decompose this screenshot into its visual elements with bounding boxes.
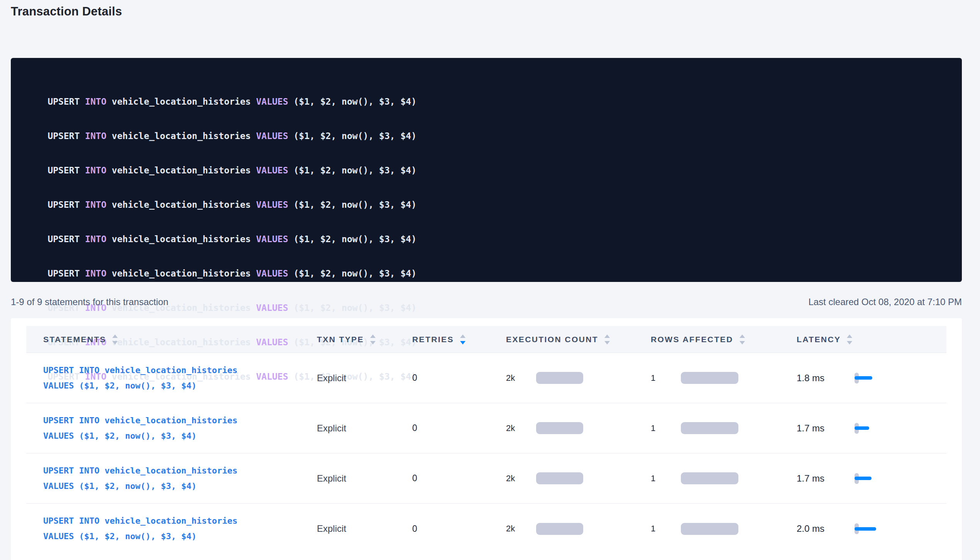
statement-cell: UPSERT INTO vehicle_location_histories V…: [26, 413, 317, 444]
column-label: RETRIES: [412, 335, 454, 344]
latency-bar: [855, 426, 869, 430]
sort-icons[interactable]: [460, 334, 465, 344]
execution-count-value: 2k: [506, 423, 536, 433]
statements-count-text: 1-9 of 9 statements for this transaction: [11, 297, 168, 307]
retries-cell: 0: [412, 524, 506, 534]
column-header-latency[interactable]: LATENCY: [797, 334, 946, 344]
latency-value: 1.8 ms: [797, 373, 855, 384]
retries-cell: 0: [412, 373, 506, 383]
column-label: EXECUTION COUNT: [506, 335, 598, 344]
statement-link[interactable]: UPSERT INTO vehicle_location_histories: [43, 463, 317, 479]
transaction-details-page: Transaction Details UPSERT INTO vehicle_…: [0, 0, 980, 560]
sort-icons[interactable]: [847, 334, 852, 344]
column-header-statements[interactable]: STATEMENTS: [26, 334, 317, 344]
latency-cell: 1.7 ms: [797, 472, 946, 485]
rows-affected-cell: 1: [651, 372, 797, 384]
txn-type-cell: Explicit: [317, 473, 412, 484]
sql-code-line: UPSERT INTO vehicle_location_histories V…: [47, 200, 416, 210]
execution-count-cell: 2k: [506, 372, 651, 384]
execution-count-value: 2k: [506, 473, 536, 484]
statement-link[interactable]: VALUES ($1, $2, now(), $3, $4): [43, 378, 317, 394]
statement-cell: UPSERT INTO vehicle_location_histories V…: [26, 513, 317, 544]
sort-desc-icon[interactable]: [604, 341, 610, 344]
page-title: Transaction Details: [11, 5, 969, 22]
statements-table-card: STATEMENTS TXN TYPE RETRIES: [11, 318, 962, 560]
rows-affected-cell: 1: [651, 472, 797, 484]
execution-count-bar: [536, 472, 583, 484]
sort-desc-icon[interactable]: [847, 341, 852, 344]
rows-affected-value: 1: [651, 423, 681, 433]
statement-link[interactable]: UPSERT INTO vehicle_location_histories: [43, 363, 317, 378]
execution-count-cell: 2k: [506, 422, 651, 434]
execution-count-value: 2k: [506, 373, 536, 383]
sort-desc-icon[interactable]: [460, 341, 465, 344]
rows-affected-bar: [681, 472, 738, 484]
sql-code-line: UPSERT INTO vehicle_location_histories V…: [47, 131, 416, 141]
latency-cell: 1.8 ms: [797, 371, 946, 385]
sql-statements-box: UPSERT INTO vehicle_location_histories V…: [11, 58, 962, 282]
sort-icons[interactable]: [370, 334, 376, 344]
statement-link[interactable]: VALUES ($1, $2, now(), $3, $4): [43, 479, 317, 494]
statement-cell: UPSERT INTO vehicle_location_histories V…: [26, 363, 317, 394]
statements-summary-row: 1-9 of 9 statements for this transaction…: [11, 297, 962, 307]
statement-cell: UPSERT INTO vehicle_location_histories V…: [26, 463, 317, 494]
sort-desc-icon[interactable]: [370, 341, 376, 344]
latency-cell: 2.0 ms: [797, 522, 946, 536]
rows-affected-cell: 1: [651, 523, 797, 535]
column-header-rows-affected[interactable]: ROWS AFFECTED: [651, 334, 797, 344]
column-header-execution-count[interactable]: EXECUTION COUNT: [506, 334, 651, 344]
latency-value: 2.0 ms: [797, 523, 855, 534]
sql-code-line: UPSERT INTO vehicle_location_histories V…: [47, 234, 416, 244]
latency-bar-chart: [855, 472, 885, 485]
column-label: LATENCY: [797, 335, 841, 344]
execution-count-cell: 2k: [506, 523, 651, 535]
execution-count-bar: [536, 422, 583, 434]
sort-asc-icon[interactable]: [740, 334, 745, 338]
statement-link[interactable]: VALUES ($1, $2, now(), $3, $4): [43, 529, 317, 544]
execution-count-bar: [536, 523, 583, 535]
sort-icons[interactable]: [740, 334, 745, 344]
execution-count-cell: 2k: [506, 472, 651, 484]
sort-icons[interactable]: [604, 334, 610, 344]
latency-bar-chart: [855, 371, 885, 385]
latency-bar: [855, 477, 872, 480]
sort-asc-icon[interactable]: [847, 334, 852, 338]
column-label: ROWS AFFECTED: [651, 335, 733, 344]
sql-code-line: UPSERT INTO vehicle_location_histories V…: [47, 97, 416, 107]
latency-bar: [855, 527, 876, 531]
sort-asc-icon[interactable]: [112, 334, 118, 338]
last-cleared-text: Last cleared Oct 08, 2020 at 7:10 PM: [808, 297, 962, 307]
latency-cell: 1.7 ms: [797, 421, 946, 435]
rows-affected-bar: [681, 422, 738, 434]
retries-cell: 0: [412, 423, 506, 433]
column-header-txn-type[interactable]: TXN TYPE: [317, 334, 412, 344]
rows-affected-value: 1: [651, 373, 681, 383]
rows-affected-value: 1: [651, 524, 681, 534]
sort-desc-icon[interactable]: [112, 341, 118, 344]
sort-asc-icon[interactable]: [370, 334, 376, 338]
latency-value: 1.7 ms: [797, 473, 855, 484]
latency-bar-chart: [855, 522, 885, 536]
statement-link[interactable]: UPSERT INTO vehicle_location_histories: [43, 513, 317, 529]
execution-count-bar: [536, 372, 583, 384]
sort-icons[interactable]: [112, 334, 118, 344]
latency-value: 1.7 ms: [797, 423, 855, 434]
execution-count-value: 2k: [506, 524, 536, 534]
sort-asc-icon[interactable]: [604, 334, 610, 338]
table-row: UPSERT INTO vehicle_location_histories V…: [26, 453, 946, 504]
table-row: UPSERT INTO vehicle_location_histories V…: [26, 504, 946, 554]
table-row: UPSERT INTO vehicle_location_histories V…: [26, 403, 946, 453]
statement-link[interactable]: UPSERT INTO vehicle_location_histories: [43, 413, 317, 428]
sort-desc-icon[interactable]: [740, 341, 745, 344]
txn-type-cell: Explicit: [317, 423, 412, 434]
rows-affected-bar: [681, 523, 738, 535]
sort-asc-icon[interactable]: [460, 334, 465, 338]
latency-bar: [855, 376, 872, 380]
column-header-retries[interactable]: RETRIES: [412, 334, 506, 344]
rows-affected-cell: 1: [651, 422, 797, 434]
sql-code-line: UPSERT INTO vehicle_location_histories V…: [47, 165, 416, 175]
txn-type-cell: Explicit: [317, 523, 412, 534]
txn-type-cell: Explicit: [317, 373, 412, 384]
statement-link[interactable]: VALUES ($1, $2, now(), $3, $4): [43, 428, 317, 444]
table-row: UPSERT INTO vehicle_location_histories V…: [26, 353, 946, 403]
